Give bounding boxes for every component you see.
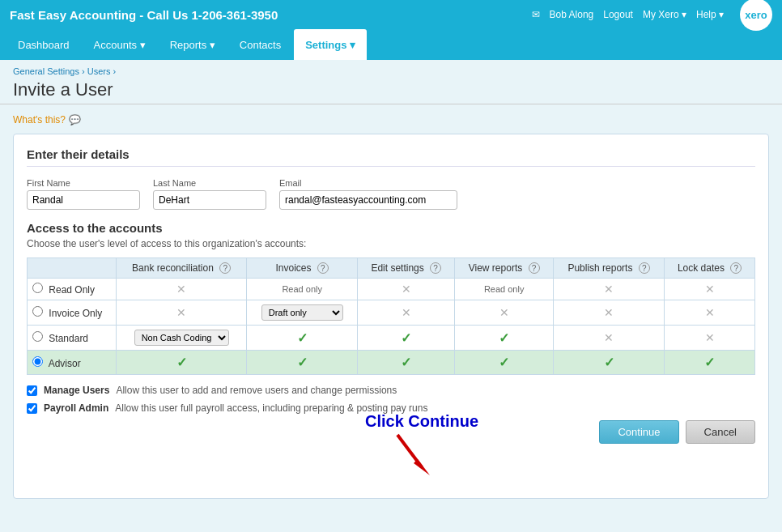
- lock-dates-advisor: ✓: [665, 351, 755, 375]
- table-row: Invoice Only ✕ Draft only Approved only …: [28, 300, 755, 326]
- last-name-input[interactable]: [153, 190, 266, 210]
- role-radio-advisor[interactable]: [32, 356, 43, 367]
- view-reports-help-icon[interactable]: ?: [529, 262, 540, 274]
- access-section-desc: Choose the user's level of access to thi…: [27, 238, 755, 249]
- publish-reports-help-icon[interactable]: ?: [639, 262, 650, 274]
- view-reports-read-only: Read only: [455, 279, 554, 300]
- my-xero-link[interactable]: My Xero ▾: [643, 9, 686, 20]
- publish-reports-standard: ✕: [553, 326, 664, 351]
- col-view-reports: View reports ?: [455, 258, 554, 279]
- lock-dates-standard: ✕: [665, 326, 755, 351]
- whats-this-icon: 💬: [69, 114, 81, 126]
- nav-dashboard[interactable]: Dashboard: [6, 29, 81, 60]
- whats-this-link[interactable]: What's this? 💬: [13, 114, 769, 126]
- email-input[interactable]: [279, 190, 457, 210]
- first-name-input[interactable]: [27, 190, 140, 210]
- nav-accounts[interactable]: Accounts ▾: [83, 29, 157, 60]
- manage-users-desc: Allow this user to add and remove users …: [116, 385, 397, 396]
- edit-settings-help-icon[interactable]: ?: [430, 262, 441, 274]
- role-radio-standard[interactable]: [32, 331, 43, 342]
- whats-this-label: What's this?: [13, 114, 66, 126]
- lock-dates-invoice-only: ✕: [665, 300, 755, 326]
- cancel-button[interactable]: Cancel: [686, 420, 755, 444]
- publish-reports-read-only: ✕: [553, 279, 664, 300]
- view-reports-advisor: ✓: [455, 351, 554, 375]
- nav-settings[interactable]: Settings ▾: [294, 29, 367, 60]
- top-bar-right: ✉ Bob Along Logout My Xero ▾ Help ▾ xero: [532, 0, 772, 31]
- col-publish-reports: Publish reports ?: [553, 258, 664, 279]
- table-row: Read Only ✕ Read only ✕ Read only ✕ ✕: [28, 279, 755, 300]
- col-invoices: Invoices ?: [247, 258, 358, 279]
- first-name-group: First Name: [27, 178, 140, 210]
- col-role: [28, 258, 117, 279]
- edit-settings-invoice-only: ✕: [358, 300, 455, 326]
- bank-recon-standard: Non Cash Coding Full: [117, 326, 247, 351]
- table-row: Standard Non Cash Coding Full ✓ ✓ ✓ ✕ ✕: [28, 326, 755, 351]
- role-radio-invoice-only[interactable]: [32, 306, 43, 317]
- invoices-read-only: Read only: [247, 279, 358, 300]
- logout-link[interactable]: Logout: [603, 9, 633, 20]
- nav-contacts[interactable]: Contacts: [228, 29, 292, 60]
- continue-button[interactable]: Continue: [599, 420, 678, 444]
- click-continue-text: Click Continue: [365, 412, 478, 431]
- content-area: What's this? 💬 Enter their details First…: [0, 104, 782, 532]
- manage-users-checkbox[interactable]: [27, 385, 37, 396]
- publish-reports-advisor: ✓: [553, 351, 664, 375]
- manage-users-label: Manage Users: [44, 385, 109, 396]
- view-reports-invoice-only: ✕: [455, 300, 554, 326]
- manage-users-row: Manage Users Allow this user to add and …: [27, 385, 755, 396]
- app-title: Fast Easy Accounting - Call Us 1-206-361…: [10, 8, 278, 22]
- page-title: Invite a User: [13, 79, 769, 100]
- role-radio-read-only[interactable]: [32, 283, 43, 293]
- click-continue-annotation: Click Continue: [365, 412, 495, 478]
- help-link[interactable]: Help ▾: [696, 9, 724, 20]
- last-name-group: Last Name: [153, 178, 266, 210]
- form-row: First Name Last Name Email: [27, 178, 755, 210]
- access-table: Bank reconciliation ? Invoices ? Edit se…: [27, 257, 755, 375]
- col-edit-settings: Edit settings ?: [358, 258, 455, 279]
- col-lock-dates: Lock dates ?: [665, 258, 755, 279]
- email-group: Email: [279, 178, 457, 210]
- invoices-advisor: ✓: [247, 351, 358, 375]
- details-card: Enter their details First Name Last Name…: [13, 134, 769, 499]
- invoices-help-icon[interactable]: ?: [317, 262, 329, 274]
- breadcrumb-users[interactable]: Users: [87, 66, 111, 76]
- breadcrumb-area: General Settings › Users › Invite a User: [0, 60, 782, 104]
- breadcrumb-general-settings[interactable]: General Settings: [13, 66, 79, 76]
- nav-reports[interactable]: Reports ▾: [159, 29, 227, 60]
- bank-recon-help-icon[interactable]: ?: [219, 262, 231, 274]
- invoice-only-select[interactable]: Draft only Approved only: [261, 304, 343, 321]
- breadcrumb: General Settings › Users ›: [13, 66, 769, 76]
- table-row: Advisor ✓ ✓ ✓ ✓ ✓ ✓: [28, 351, 755, 375]
- bank-recon-read-only: ✕: [117, 279, 247, 300]
- role-cell-read-only: Read Only: [28, 279, 117, 300]
- edit-settings-advisor: ✓: [358, 351, 455, 375]
- details-card-title: Enter their details: [27, 147, 755, 167]
- standard-bank-recon-select[interactable]: Non Cash Coding Full: [134, 330, 229, 346]
- role-cell-advisor: Advisor: [28, 351, 117, 375]
- lock-dates-help-icon[interactable]: ?: [730, 262, 742, 274]
- main-nav: Dashboard Accounts ▾ Reports ▾ Contacts …: [0, 29, 782, 60]
- svg-marker-1: [414, 459, 430, 475]
- last-name-label: Last Name: [153, 178, 266, 188]
- checkbox-section: Manage Users Allow this user to add and …: [27, 385, 755, 414]
- edit-settings-standard: ✓: [358, 326, 455, 351]
- role-cell-invoice-only: Invoice Only: [28, 300, 117, 326]
- email-icon: ✉: [532, 9, 540, 20]
- bank-recon-invoice-only: ✕: [117, 300, 247, 326]
- first-name-label: First Name: [27, 178, 140, 188]
- user-name-link[interactable]: Bob Along: [550, 9, 594, 20]
- payroll-admin-label: Payroll Admin: [44, 402, 108, 414]
- lock-dates-read-only: ✕: [665, 279, 755, 300]
- annotation-area: Click Continue Continue Cancel: [27, 420, 755, 485]
- view-reports-standard: ✓: [455, 326, 554, 351]
- arrow-down-icon: [365, 431, 430, 475]
- edit-settings-read-only: ✕: [358, 279, 455, 300]
- payroll-admin-checkbox[interactable]: [27, 403, 37, 414]
- invoices-standard: ✓: [247, 326, 358, 351]
- access-section-title: Access to the accounts: [27, 221, 755, 235]
- xero-logo: xero: [740, 0, 772, 31]
- invoices-invoice-only: Draft only Approved only: [247, 300, 358, 326]
- top-bar: Fast Easy Accounting - Call Us 1-206-361…: [0, 0, 782, 29]
- bank-recon-advisor: ✓: [117, 351, 247, 375]
